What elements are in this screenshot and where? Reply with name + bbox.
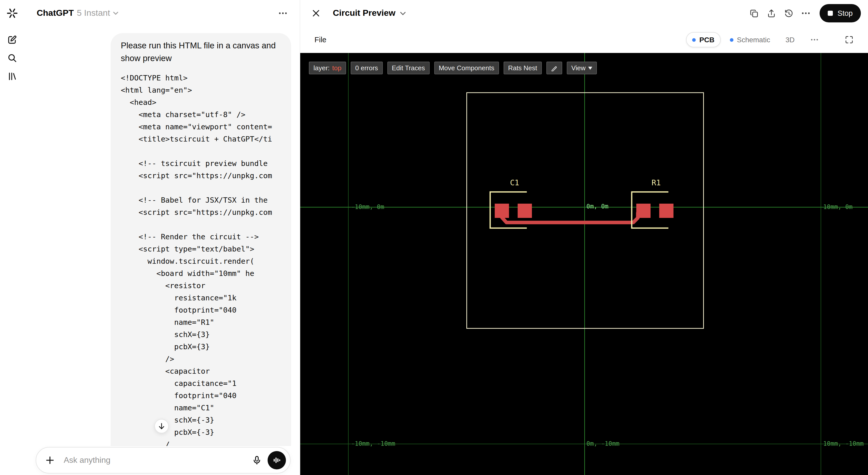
move-components-button[interactable]: Move Components <box>434 62 499 74</box>
coord-label: 10mm, -10mm <box>823 440 864 447</box>
composer <box>25 446 300 475</box>
ellipsis-icon <box>278 8 288 18</box>
stop-icon <box>828 11 833 16</box>
rats-nest-button[interactable]: Rats Nest <box>503 62 542 74</box>
pcb-pad[interactable] <box>495 204 509 218</box>
errors-button[interactable]: 0 errors <box>351 62 383 74</box>
copy-button[interactable] <box>746 6 762 21</box>
chat-header: ChatGPT 5 Instant <box>25 0 300 27</box>
canvas-title-dropdown[interactable]: Circuit Preview <box>330 6 409 20</box>
message-list: Please run this HTML file in a canvas an… <box>25 27 300 446</box>
fullscreen-icon <box>844 35 854 44</box>
pencil-icon <box>551 65 558 71</box>
canvas-subheader: File PCB Schematic 3D <box>300 27 868 53</box>
chevron-down-icon <box>400 11 406 15</box>
app-name: ChatGPT <box>37 8 74 18</box>
conversation-options-button[interactable] <box>275 6 290 21</box>
microphone-icon <box>252 455 262 465</box>
waveform-icon <box>272 456 281 465</box>
voice-mode-button[interactable] <box>268 451 286 469</box>
view-label: View <box>571 64 586 72</box>
history-icon <box>784 8 793 18</box>
canvas-header: Circuit Preview <box>300 0 868 27</box>
chat-input[interactable] <box>63 455 249 465</box>
canvas-options-button[interactable] <box>798 6 813 21</box>
stop-button[interactable]: Stop <box>819 4 861 23</box>
search-button[interactable] <box>5 51 19 65</box>
pcb-canvas[interactable]: C1 R1 -10mm, 0m 0m, 0m 10mm, 0m -10mm, -… <box>300 53 868 475</box>
message-code-block: <!DOCTYPE html> <html lang="en"> <head> … <box>121 72 281 446</box>
component-c1[interactable]: C1 <box>490 178 532 228</box>
view-mode-tabs: PCB Schematic 3D <box>686 32 857 47</box>
pcb-grid <box>300 53 868 475</box>
tab-schematic[interactable]: Schematic <box>723 32 776 47</box>
close-icon <box>311 9 320 18</box>
new-chat-button[interactable] <box>5 33 19 47</box>
canvas-header-actions: Stop <box>746 4 861 23</box>
ellipsis-icon <box>801 8 811 18</box>
tabs-more-button[interactable] <box>804 32 825 47</box>
close-canvas-button[interactable] <box>308 6 324 21</box>
coord-label: -10mm, -10mm <box>351 440 395 447</box>
plus-icon <box>45 455 55 465</box>
canvas-title: Circuit Preview <box>333 8 396 18</box>
pcb-pad[interactable] <box>659 204 674 218</box>
triangle-down-icon <box>588 66 592 69</box>
component-label-r1: R1 <box>652 178 661 187</box>
schematic-status-dot <box>730 38 733 41</box>
pcb-pad[interactable] <box>637 204 651 218</box>
component-label-c1: C1 <box>510 178 519 187</box>
ellipsis-icon <box>810 35 819 44</box>
attach-button[interactable] <box>42 452 58 468</box>
composer-input-pill <box>36 447 290 473</box>
search-icon <box>7 53 17 63</box>
chatgpt-app: ChatGPT 5 Instant Please run this HTML f… <box>0 0 868 475</box>
pcb-toolbar: layer: top 0 errors Edit Traces Move Com… <box>309 62 597 74</box>
fullscreen-toggle-button[interactable] <box>841 32 857 47</box>
layer-label: layer: <box>313 64 330 72</box>
tab-pcb[interactable]: PCB <box>686 32 720 47</box>
app-sidebar <box>0 0 25 475</box>
coord-label-origin: 0m, 0m <box>586 203 609 210</box>
library-button[interactable] <box>5 69 19 83</box>
scroll-to-bottom-button[interactable] <box>154 419 169 433</box>
model-switcher[interactable]: ChatGPT 5 Instant <box>34 6 121 20</box>
message-text: Please run this HTML file in a canvas an… <box>121 39 281 65</box>
tab-pcb-label: PCB <box>699 36 714 44</box>
edit-traces-button[interactable]: Edit Traces <box>387 62 429 74</box>
pcb-pad[interactable] <box>518 204 532 218</box>
pcb-status-dot <box>692 38 696 41</box>
user-message-bubble: Please run this HTML file in a canvas an… <box>111 33 291 446</box>
canvas-panel: Circuit Preview <box>300 0 868 475</box>
tab-3d[interactable]: 3D <box>779 32 801 47</box>
edit-silkscreen-button[interactable] <box>547 62 562 74</box>
layer-value: top <box>332 64 341 72</box>
tab-schematic-label: Schematic <box>737 36 770 44</box>
coord-label: 0m, -10mm <box>586 440 620 447</box>
share-button[interactable] <box>764 6 779 21</box>
layer-select-button[interactable]: layer: top <box>309 62 346 74</box>
chat-panel: ChatGPT 5 Instant Please run this HTML f… <box>25 0 300 475</box>
tab-3d-label: 3D <box>785 36 795 44</box>
library-icon <box>7 71 17 81</box>
copy-icon <box>749 8 759 18</box>
chatgpt-logo-icon[interactable] <box>6 7 18 19</box>
component-r1[interactable]: R1 <box>632 178 674 228</box>
stop-label: Stop <box>837 9 853 17</box>
upload-icon <box>766 8 776 18</box>
file-menu[interactable]: File <box>311 34 330 46</box>
arrow-down-icon <box>157 422 166 430</box>
view-dropdown-button[interactable]: View <box>567 62 597 74</box>
screenshot-viewport: ChatGPT 5 Instant Please run this HTML f… <box>0 0 868 475</box>
pcb-viewport[interactable]: C1 R1 -10mm, 0m 0m, 0m 10mm, 0m -10mm, -… <box>300 53 868 475</box>
chevron-down-icon <box>113 12 118 15</box>
new-chat-icon <box>7 35 17 45</box>
coord-label: -10mm, 0m <box>351 203 384 210</box>
coord-label: 10mm, 0m <box>823 203 852 210</box>
history-button[interactable] <box>781 6 796 21</box>
dictate-button[interactable] <box>249 452 265 468</box>
model-name: 5 Instant <box>77 8 110 18</box>
